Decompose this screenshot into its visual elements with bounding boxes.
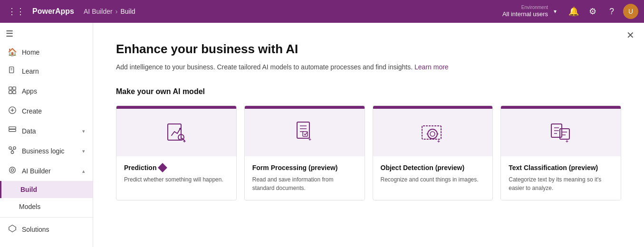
svg-rect-33 (422, 126, 441, 139)
sidebar-item-home[interactable]: 🏠 Home (0, 43, 93, 61)
form-processing-card[interactable]: + Form Processing (preview) Read and sav… (244, 105, 365, 200)
text-classification-card[interactable]: + Text Classification (preview) Categori… (500, 105, 621, 200)
form-processing-card-desc: Read and save information from standard … (252, 175, 357, 192)
breadcrumb: AI Builder › Build (84, 8, 135, 15)
svg-text:+: + (437, 139, 440, 144)
object-detection-card-desc: Recognize and count things in images. (381, 175, 485, 184)
close-button[interactable]: ✕ (626, 30, 634, 40)
sidebar-item-label: Create (22, 107, 42, 115)
sidebar-item-label: Home (22, 48, 39, 56)
solutions-icon (8, 224, 17, 235)
learn-icon (8, 66, 17, 76)
sidebar-item-models[interactable]: Models (0, 198, 93, 215)
svg-point-17 (10, 167, 16, 173)
ai-builder-chevron-icon: ▴ (82, 168, 85, 174)
prediction-card[interactable]: + Prediction Predict whether something w… (116, 105, 237, 200)
ai-model-cards-grid: + Prediction Predict whether something w… (116, 105, 621, 200)
page-subtitle: Add intelligence to your business. Creat… (116, 62, 621, 72)
environment-label: Environment (521, 4, 548, 10)
avatar[interactable]: U (623, 4, 638, 19)
breadcrumb-separator: › (115, 8, 118, 15)
environment-selector[interactable]: Environment All internal users (502, 4, 548, 19)
learn-more-link[interactable]: Learn more (414, 63, 449, 71)
sidebar-item-learn[interactable]: Learn (0, 61, 93, 81)
main-content: ✕ Enhance your business with AI Add inte… (93, 23, 644, 247)
sidebar-item-create[interactable]: Create (0, 101, 93, 121)
sidebar-item-solutions[interactable]: Solutions (0, 219, 93, 239)
form-processing-illustration: + (245, 109, 365, 156)
sidebar-item-label: Data (22, 127, 36, 135)
topnav-actions: 🔔 ⚙ ? U (566, 4, 638, 19)
prediction-card-desc: Predict whether something will happen. (124, 175, 229, 184)
sidebar-item-label: Business logic (22, 147, 65, 155)
apps-icon (8, 86, 17, 96)
top-navigation: ⋮⋮ PowerApps AI Builder › Build Environm… (0, 0, 644, 23)
svg-point-21 (179, 128, 181, 130)
breadcrumb-parent[interactable]: AI Builder (84, 8, 113, 15)
sidebar-item-label: Learn (22, 67, 39, 75)
sidebar-item-ai-builder[interactable]: AI Builder ▴ (0, 161, 93, 181)
svg-line-16 (12, 149, 14, 151)
business-logic-chevron-icon: ▾ (82, 148, 85, 154)
help-icon[interactable]: ? (604, 4, 619, 19)
sidebar: ☰ 🏠 Home Learn Apps Create (0, 23, 93, 247)
data-chevron-icon: ▾ (82, 128, 85, 134)
svg-rect-6 (13, 91, 16, 94)
prediction-card-title: Prediction (124, 164, 229, 171)
sidebar-item-label: Solutions (22, 226, 49, 233)
create-icon (8, 106, 17, 116)
notifications-icon[interactable]: 🔔 (566, 4, 581, 19)
svg-text:+: + (183, 139, 186, 144)
sidebar-item-label: Models (19, 203, 40, 210)
sidebar-divider (0, 217, 93, 218)
environment-name: All internal users (502, 10, 548, 19)
section-title: Make your own AI model (116, 87, 621, 96)
environment-chevron-icon[interactable]: ▾ (554, 8, 557, 15)
page-title: Enhance your business with AI (116, 42, 621, 57)
text-classification-illustration: + (501, 109, 621, 156)
sidebar-item-data[interactable]: Data ▾ (0, 121, 93, 141)
svg-line-31 (305, 133, 307, 135)
home-icon: 🏠 (8, 48, 17, 57)
sidebar-item-business-logic[interactable]: Business logic ▾ (0, 141, 93, 161)
object-detection-illustration: + (373, 109, 493, 156)
svg-point-18 (11, 169, 13, 171)
svg-marker-19 (9, 225, 16, 232)
prediction-card-body: Prediction Predict whether something wil… (116, 156, 236, 191)
sidebar-item-label: Build (20, 186, 37, 193)
svg-text:+: + (308, 137, 311, 142)
svg-rect-11 (9, 129, 16, 132)
business-logic-icon (8, 146, 17, 156)
text-classification-card-title: Text Classification (preview) (509, 164, 613, 171)
svg-point-35 (430, 132, 435, 136)
data-icon (8, 126, 17, 136)
settings-icon[interactable]: ⚙ (585, 4, 600, 19)
object-detection-card[interactable]: + Object Detection (preview) Recognize a… (373, 105, 493, 200)
svg-rect-4 (13, 87, 16, 90)
svg-line-15 (11, 149, 12, 151)
svg-rect-5 (9, 91, 12, 94)
svg-rect-10 (9, 127, 16, 129)
app-logo: PowerApps (32, 7, 74, 16)
svg-rect-3 (9, 87, 12, 90)
waffle-menu[interactable]: ⋮⋮ (6, 4, 27, 19)
text-classification-card-body: Text Classification (preview) Categorize… (501, 156, 621, 200)
svg-point-34 (428, 129, 437, 139)
object-detection-card-body: Object Detection (preview) Recognize and… (373, 156, 493, 191)
svg-text:+: + (566, 139, 568, 144)
form-processing-card-title: Form Processing (preview) (252, 164, 357, 171)
sidebar-collapse-button[interactable]: ☰ (0, 25, 93, 43)
form-processing-card-body: Form Processing (preview) Read and save … (245, 156, 365, 200)
sidebar-item-label: Apps (22, 87, 37, 95)
sidebar-item-build[interactable]: Build (0, 181, 93, 198)
premium-badge-icon (158, 163, 168, 172)
main-layout: ☰ 🏠 Home Learn Apps Create (0, 23, 644, 247)
object-detection-card-title: Object Detection (preview) (381, 164, 485, 171)
text-classification-card-desc: Categorize text by its meaning so it's e… (509, 175, 613, 192)
sidebar-item-label: AI Builder (22, 167, 51, 175)
svg-point-14 (11, 151, 13, 153)
sidebar-item-apps[interactable]: Apps (0, 81, 93, 101)
breadcrumb-current: Build (120, 8, 135, 15)
ai-builder-icon (8, 166, 17, 176)
prediction-illustration: + (116, 109, 236, 156)
